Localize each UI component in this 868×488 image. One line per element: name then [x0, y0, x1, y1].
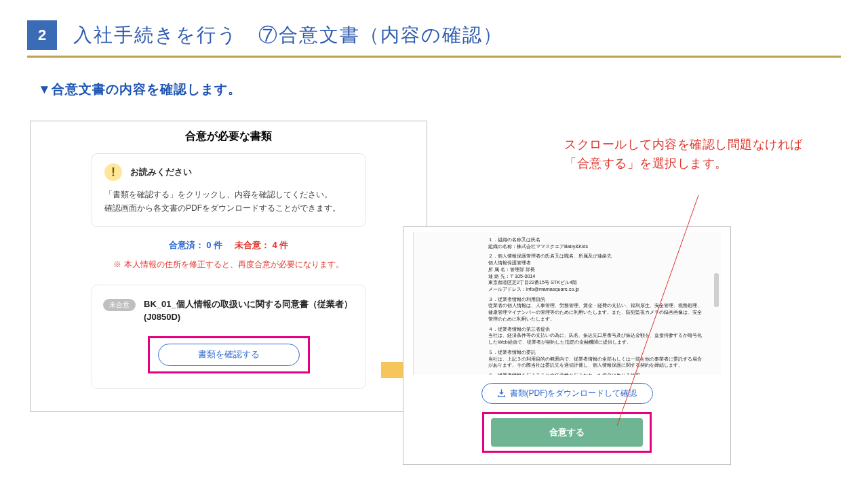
download-pdf-button[interactable]: 書類(PDF)をダウンロードして確認 — [481, 383, 653, 404]
not-agreed-label: 未合意： — [235, 240, 270, 250]
doc-sec-3h: ３．従業者情報の利用目的 — [488, 296, 545, 302]
instruction-callout: スクロールして内容を確認し問題なければ「合意する」を選択します。 — [564, 136, 822, 174]
not-agreed-value: 4 件 — [272, 240, 288, 250]
panel-title: 合意が必要な書類 — [92, 129, 366, 144]
notice-line-2: 確認画面から各文書のPDFをダウンロードすることができます。 — [104, 201, 353, 215]
doc-sec-4b: 当社は、経済条件等の支払いの為に、氏名、振込先口座番号及び振込金額を、直接持参す… — [488, 332, 702, 345]
download-icon — [497, 389, 506, 398]
notice-heading: お読みください — [130, 165, 192, 180]
doc-sec-5h: ５．従業者情報の委託 — [488, 349, 536, 355]
doc-sec-6h: ６．従業者情報を与えることの任意性と与えなかった場合に生じる結果 — [488, 372, 640, 375]
title-underline — [27, 56, 841, 58]
highlight-agree-button: 合意する — [482, 412, 652, 453]
screenshot-required-docs: 合意が必要な書類 ! お読みください 「書類を確認する」をクリックし、内容を確認… — [30, 121, 427, 412]
notice-line-1: 「書類を確認する」をクリックし、内容を確認してください。 — [104, 188, 353, 201]
doc-sec-3b: 従業者の個人情報は、人事管理、労務管理、賃金・経費の支払い、福利厚生、安全管理、… — [488, 302, 702, 321]
doc-sec-2h: ２．個人情報保護管理者の氏名又は職名、所属及び連絡先 — [488, 253, 612, 259]
step-badge: 2 — [27, 20, 57, 50]
agreed-label: 合意済： — [169, 240, 204, 250]
document-name: BK_01_個人情報の取扱いに関する同意書（従業者）(J0850D) — [144, 298, 354, 324]
sub-heading: ▼合意文書の内容を確認します。 — [38, 81, 868, 98]
document-viewer[interactable]: １．組織の名称又は氏名組織の名称：株式会社ママスクエアBaby&Kids ２．個… — [413, 232, 721, 375]
warning-icon: ! — [104, 163, 122, 181]
page-title: 入社手続きを行う ⑦合意文書（内容の確認） — [73, 22, 503, 48]
scrollbar[interactable] — [714, 273, 719, 307]
doc-sec-2b: 個人情報保護管理者 所 属 名：管理部 部長 連 絡 先：〒105-0014 東… — [488, 260, 579, 292]
status-pill-not-agreed: 未合意 — [103, 299, 136, 311]
doc-sec-5b: 当社は、上記３の利用目的の範囲内で、従業者情報の全部もしくは一部を他の事業者に委… — [488, 356, 702, 369]
highlight-confirm-button: 書類を確認する — [148, 336, 310, 373]
notice-box: ! お読みください 「書類を確認する」をクリックし、内容を確認してください。 確… — [92, 153, 366, 227]
download-pdf-label: 書類(PDF)をダウンロードして確認 — [510, 388, 637, 399]
doc-sec-1h: １．組織の名称又は氏名 — [488, 237, 540, 243]
agreement-counts: 合意済： 0 件 未合意： 4 件 — [92, 239, 366, 251]
doc-sec-1b: 組織の名称：株式会社ママスクエアBaby&Kids — [488, 243, 588, 249]
address-warning: ※ 本人情報の住所を修正すると、再度合意が必要になります。 — [92, 260, 366, 270]
screenshot-doc-viewer: １．組織の名称又は氏名組織の名称：株式会社ママスクエアBaby&Kids ２．個… — [403, 226, 731, 465]
confirm-document-button[interactable]: 書類を確認する — [158, 344, 300, 366]
document-card: 未合意 BK_01_個人情報の取扱いに関する同意書（従業者）(J0850D) 書… — [92, 285, 366, 389]
agree-button[interactable]: 合意する — [491, 418, 643, 447]
doc-sec-4h: ４．従業者情報の第三者提供 — [488, 326, 550, 332]
agreed-value: 0 件 — [206, 240, 222, 250]
